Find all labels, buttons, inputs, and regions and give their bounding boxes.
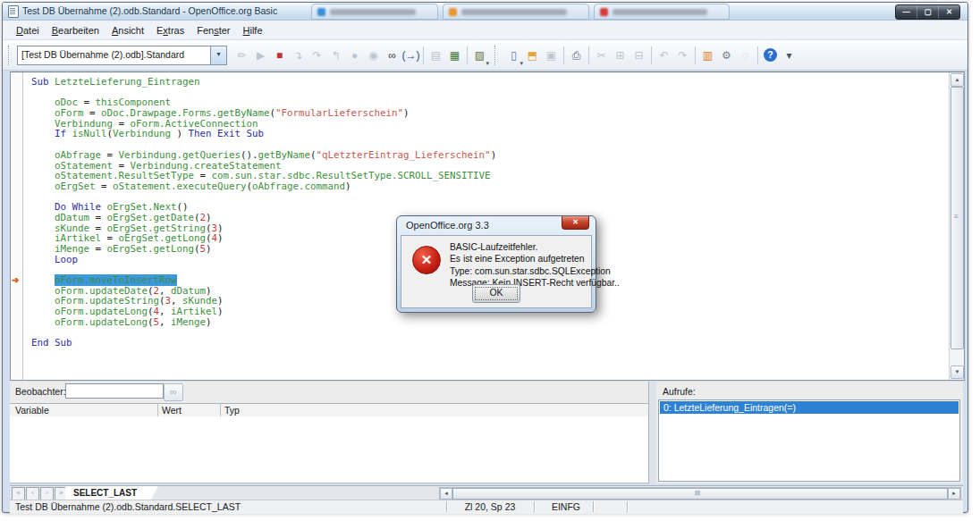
code-line-24[interactable]: oForm.updateLong(5, iMenge) (31, 317, 949, 328)
code-token: oErgSet.getLong (107, 243, 195, 255)
print-icon[interactable]: ⎙ (567, 46, 586, 65)
execution-arrow-icon: ➔ (12, 275, 19, 286)
code-token: Verbindung (113, 128, 171, 139)
code-line-1[interactable]: Sub LetzteLieferung_Eintragen (31, 77, 949, 88)
code-token: isNull (66, 128, 107, 139)
cut-icon[interactable]: ✂ (592, 46, 611, 65)
breakpoint-icon[interactable]: ● (345, 46, 364, 65)
code-line-11[interactable]: oErgSet = oStatement.executeQuery(oAbfra… (31, 181, 949, 192)
watch-icon[interactable]: ∞ (383, 46, 401, 65)
undo-icon[interactable]: ↶ (655, 46, 673, 65)
column-header-wert[interactable]: Wert (162, 405, 182, 416)
obscured-background-tab[interactable] (594, 4, 730, 20)
error-message-line: Es ist eine Exception aufgetreten (450, 253, 620, 265)
obscured-background-tab[interactable] (443, 4, 589, 20)
column-header-typ[interactable]: Typ (224, 405, 240, 416)
tab-favicon (600, 8, 608, 16)
first-tab-icon[interactable]: « (12, 487, 25, 500)
menu-ansicht[interactable]: Ansicht (106, 22, 150, 38)
previous-tab-icon[interactable]: ‹ (26, 487, 39, 500)
scroll-left-icon[interactable]: ◄ (440, 488, 452, 500)
modules-icon[interactable]: ▦ (445, 46, 464, 65)
error-message-line: BASIC-Laufzeitfehler. (450, 241, 620, 253)
code-token: iMenge (171, 316, 206, 328)
menu-bearbeiten[interactable]: Bearbeiten (46, 22, 106, 38)
code-token: oAbfrage.command (252, 181, 345, 192)
watch-table-body[interactable] (10, 416, 648, 483)
code-token: ) (403, 107, 410, 119)
tab-navigation: « ‹ › » (12, 487, 68, 500)
code-line-26[interactable]: End Sub (31, 338, 949, 349)
scroll-down-icon[interactable]: ▼ (950, 366, 964, 379)
save-icon[interactable]: ▣ (542, 46, 561, 65)
toolbar-separator (467, 46, 468, 64)
menu-extras[interactable]: Extras (150, 22, 190, 38)
code-line-6[interactable]: If isNull(Verbindung ) Then Exit Sub (31, 129, 949, 139)
code-token: ) (171, 128, 189, 139)
stop-icon[interactable]: ■ (270, 46, 289, 65)
chevron-down-icon[interactable]: ▼ (210, 46, 226, 64)
column-header-variable[interactable]: Variable (15, 405, 49, 416)
enable-watch-icon[interactable]: ∞ (164, 383, 183, 401)
macro-dialog-icon[interactable]: ▥ (698, 46, 717, 65)
maximize-button[interactable]: ▢ (917, 5, 939, 19)
window-controls: — ▢ ✕ (895, 4, 960, 20)
step-out-icon[interactable]: ↰ (326, 46, 345, 65)
minimize-button[interactable]: — (896, 5, 917, 19)
goto-line-icon[interactable]: (→) (401, 46, 420, 65)
next-tab-icon[interactable]: › (40, 487, 54, 500)
scroll-right-icon[interactable]: ► (948, 488, 960, 500)
options-icon[interactable]: ⚙ (717, 46, 736, 65)
toolbar-grip[interactable] (494, 46, 504, 65)
horizontal-scroll-thumb[interactable] (452, 488, 948, 500)
paste-icon[interactable]: ⊟ (629, 46, 648, 65)
column-divider[interactable] (157, 404, 158, 417)
app-icon (8, 5, 19, 18)
toolbar-grip[interactable] (8, 46, 13, 65)
help-icon[interactable]: ? (761, 46, 780, 65)
menu-fenster[interactable]: Fenster (190, 22, 236, 38)
toolbar-separator (695, 46, 696, 64)
library-select-value: [Test DB Übernahme (2).odb].Standard (18, 46, 210, 64)
object-catalog-icon[interactable]: ▧▾ (470, 46, 489, 65)
obscured-background-tab[interactable] (311, 4, 438, 20)
manage-breakpoints-icon[interactable]: ◉ (364, 46, 383, 65)
compile-icon[interactable]: ✏ (232, 46, 251, 65)
toolbar-overflow-icon[interactable]: ▾ (780, 46, 798, 65)
copy-icon[interactable]: ⊞ (611, 46, 629, 65)
breakpoint-margin[interactable]: ➔ (11, 72, 23, 380)
status-insert-mode[interactable]: EINFG (539, 501, 594, 512)
column-divider[interactable] (220, 404, 221, 417)
menu-datei[interactable]: Datei (10, 22, 46, 38)
navigator-icon[interactable]: ◌ (736, 46, 755, 65)
run-icon[interactable]: ▶ (251, 46, 270, 65)
editor-horizontal-scrollbar[interactable]: ◄ ► (439, 487, 961, 500)
insert-source-icon[interactable]: ▤ (427, 46, 445, 65)
code-line-25[interactable] (31, 328, 949, 339)
dialog-close-button[interactable]: ✕ (562, 216, 589, 230)
module-tab-select-last[interactable]: SELECT_LAST (65, 486, 158, 500)
open-icon[interactable]: ⬒ (523, 46, 542, 65)
call-stack-item[interactable]: 0: LetzteLieferung_Eintragen(=) (660, 401, 959, 414)
toolbar-separator (757, 46, 758, 64)
status-bar: Test DB Übernahme (2).odb.Standard.SELEC… (10, 500, 963, 514)
scroll-up-icon[interactable]: ▲ (950, 73, 964, 87)
dialog-title: OpenOffice.org 3.3 (406, 220, 489, 231)
library-select[interactable]: [Test DB Übernahme (2).odb].Standard ▼ (17, 46, 227, 65)
call-stack-list[interactable]: 0: LetzteLieferung_Eintragen(=) (658, 399, 960, 482)
app-window: Test DB Übernahme (2).odb.Standard - Ope… (2, 2, 968, 513)
step-over-icon[interactable]: ↷ (308, 46, 326, 65)
editor-vertical-scrollbar[interactable]: ▲ ▼ (949, 72, 964, 380)
menu-hilfe[interactable]: Hilfe (237, 22, 269, 38)
watch-panel: Beobachter: ∞ Variable Wert Typ (10, 382, 648, 483)
vertical-scroll-thumb[interactable] (950, 87, 964, 349)
toolbar: [Test DB Übernahme (2).odb].Standard ▼ ✏… (3, 40, 967, 71)
watch-input[interactable] (65, 383, 164, 399)
close-button[interactable]: ✕ (939, 5, 959, 19)
redo-icon[interactable]: ↷ (673, 46, 692, 65)
step-into-icon[interactable]: ↴ (289, 46, 308, 65)
title-bar[interactable]: Test DB Übernahme (2).odb.Standard - Ope… (3, 3, 967, 21)
error-message-line: Type: com.sun.star.sdbc.SQLException (450, 265, 620, 277)
ok-button[interactable]: OK (472, 284, 520, 303)
new-document-icon[interactable]: ▯▾ (504, 46, 523, 65)
